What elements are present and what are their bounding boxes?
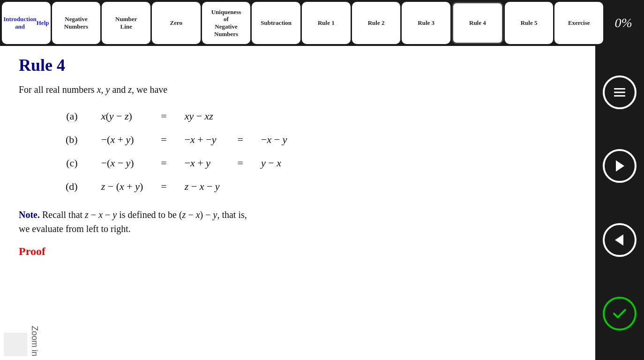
proof-label: Proof <box>19 245 577 258</box>
svg-rect-2 <box>614 95 625 97</box>
tab-subtraction[interactable]: Subtraction <box>252 2 300 44</box>
nav-bar: IntroductionandHelp NegativeNumbers Numb… <box>0 0 644 46</box>
main-content: Rule 4 For all real numbers x, y and z, … <box>0 46 595 360</box>
check-icon <box>611 305 628 322</box>
tab-rule2[interactable]: Rule 2 <box>352 2 401 44</box>
equation-a-label: (a) <box>56 105 92 128</box>
tab-rule4[interactable]: Rule 4 <box>452 2 503 44</box>
equations-table: (a) x(y − z) = xy − xz (b) −(x + y) = −x… <box>56 105 296 198</box>
tab-intro[interactable]: IntroductionandHelp <box>2 2 51 44</box>
next-button[interactable] <box>603 149 637 183</box>
menu-icon <box>611 84 628 101</box>
equation-a-eq1: = <box>152 105 175 128</box>
tab-number-line[interactable]: NumberLine <box>102 2 150 44</box>
tab-negative-numbers[interactable]: NegativeNumbers <box>52 2 101 44</box>
equation-d-mid: z − x − y <box>175 175 229 198</box>
equation-c-eq2: = <box>229 151 252 175</box>
menu-button[interactable] <box>603 75 637 109</box>
svg-rect-1 <box>614 91 625 93</box>
note-label: Note. <box>19 210 40 220</box>
equation-d-label: (d) <box>56 175 92 198</box>
tab-rule1[interactable]: Rule 1 <box>302 2 351 44</box>
tab-exercise[interactable]: Exercise <box>554 2 603 44</box>
note-section: Note. Recall that z − x − y is defined t… <box>19 208 577 236</box>
prev-button[interactable] <box>603 223 637 257</box>
equation-a: (a) x(y − z) = xy − xz <box>56 105 296 128</box>
zoom-area: Zoom in <box>0 313 94 360</box>
equation-c-rhs: y − x <box>252 151 296 175</box>
equation-c-mid: −x + y <box>175 151 229 175</box>
equation-b-rhs: −x − y <box>252 128 296 151</box>
right-sidebar <box>595 46 644 360</box>
equation-b: (b) −(x + y) = −x + −y = −x − y <box>56 128 296 151</box>
tab-uniqueness[interactable]: UniquenessofNegativeNumbers <box>202 2 251 44</box>
equation-b-eq2: = <box>229 128 252 151</box>
svg-marker-3 <box>616 160 624 172</box>
equation-b-lhs: −(x + y) <box>92 128 153 151</box>
equation-c-eq1: = <box>152 151 175 175</box>
tab-rule3[interactable]: Rule 3 <box>402 2 450 44</box>
prev-icon <box>611 232 628 248</box>
tab-zero[interactable]: Zero <box>152 2 201 44</box>
equation-c-lhs: −(x − y) <box>92 151 153 175</box>
zoom-icon <box>4 333 27 356</box>
tab-rule5[interactable]: Rule 5 <box>505 2 554 44</box>
zoom-text: Zoom in <box>30 326 39 356</box>
intro-text: For all real numbers x, y and z, we have <box>19 84 577 95</box>
page-title: Rule 4 <box>19 55 577 75</box>
equation-a-lhs: x(y − z) <box>92 105 153 128</box>
equation-b-eq1: = <box>152 128 175 151</box>
equation-a-mid: xy − xz <box>175 105 229 128</box>
equation-b-mid: −x + −y <box>175 128 229 151</box>
equation-d-eq1: = <box>152 175 175 198</box>
equation-c: (c) −(x − y) = −x + y = y − x <box>56 151 296 175</box>
next-icon <box>611 158 628 174</box>
progress-indicator: 0% <box>605 2 642 44</box>
equation-d: (d) z − (x + y) = z − x − y <box>56 175 296 198</box>
equation-c-label: (c) <box>56 151 92 175</box>
svg-marker-4 <box>615 234 623 246</box>
equation-b-label: (b) <box>56 128 92 151</box>
equation-d-lhs: z − (x + y) <box>92 175 153 198</box>
check-button[interactable] <box>603 297 637 330</box>
svg-rect-0 <box>614 88 625 90</box>
